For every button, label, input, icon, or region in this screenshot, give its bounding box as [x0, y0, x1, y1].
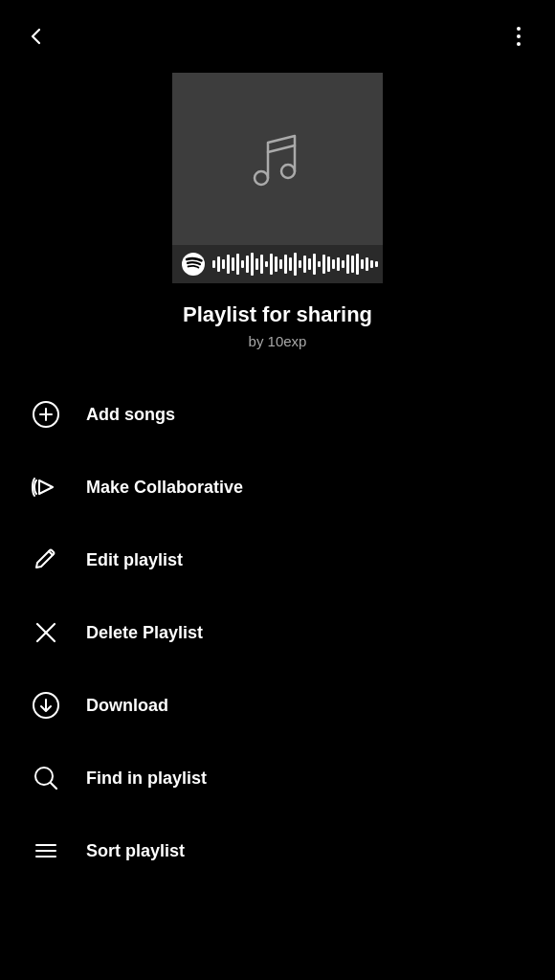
sort-icon [29, 834, 63, 868]
dot [517, 42, 521, 46]
make-collaborative-item[interactable]: Make Collaborative [19, 451, 536, 523]
header [0, 0, 555, 63]
more-options-button[interactable] [501, 19, 536, 54]
delete-icon [29, 615, 63, 650]
playlist-title: Playlist for sharing [0, 302, 555, 327]
menu-list: Add songs Make Collaborative Edit pla [0, 378, 555, 887]
add-songs-item[interactable]: Add songs [19, 378, 536, 451]
edit-icon [29, 543, 63, 577]
playlist-author: by 10exp [0, 333, 555, 349]
make-collaborative-label: Make Collaborative [86, 478, 243, 498]
soundwave-bars [212, 253, 378, 276]
back-button[interactable] [19, 19, 54, 54]
album-art-inner [172, 73, 383, 245]
find-in-playlist-item[interactable]: Find in playlist [19, 742, 536, 814]
album-art-container [0, 73, 555, 283]
delete-playlist-item[interactable]: Delete Playlist [19, 596, 536, 669]
download-icon [29, 688, 63, 723]
collaborative-icon [29, 470, 63, 504]
plus-circle-icon [29, 397, 63, 432]
edit-playlist-item[interactable]: Edit playlist [19, 523, 536, 596]
playlist-info: Playlist for sharing by 10exp [0, 302, 555, 349]
sort-playlist-item[interactable]: Sort playlist [19, 814, 536, 887]
music-note-icon [234, 116, 321, 202]
download-label: Download [86, 696, 168, 716]
spotify-code-bar [172, 245, 383, 283]
svg-point-0 [182, 253, 205, 276]
search-icon [29, 761, 63, 795]
find-in-playlist-label: Find in playlist [86, 768, 207, 789]
app-container: Playlist for sharing by 10exp Add songs [0, 0, 555, 887]
spotify-logo-icon [182, 253, 205, 276]
download-item[interactable]: Download [19, 669, 536, 742]
sort-playlist-label: Sort playlist [86, 841, 185, 861]
album-art [172, 73, 383, 283]
edit-playlist-label: Edit playlist [86, 550, 183, 570]
add-songs-label: Add songs [86, 405, 175, 425]
dot [517, 34, 521, 38]
dot [517, 27, 521, 31]
delete-playlist-label: Delete Playlist [86, 623, 203, 643]
